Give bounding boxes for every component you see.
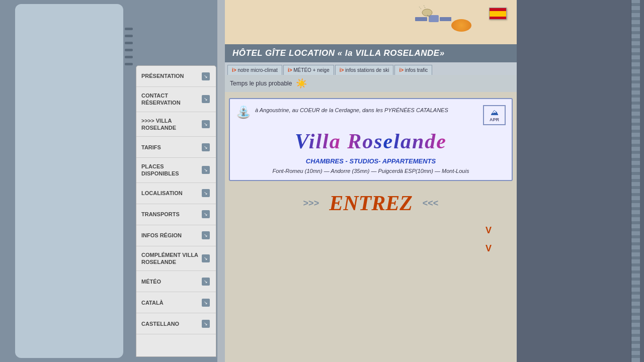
v-marker-2: V [225,243,517,254]
info-side-strip [217,0,225,362]
enter-button[interactable]: ENTREZ [329,191,413,215]
nav-arrow-infos-region: ↘ [202,231,210,239]
nav-item-tarifs[interactable]: TARIFS ↘ [136,137,216,158]
nav-arrow-castellano: ↘ [202,320,210,328]
right-arrows: <<< [423,198,439,209]
nav-arrow-contact: ↘ [202,95,210,103]
main-content: HÔTEL GÎTE LOCATION « la VILLA ROSELANDE… [225,0,517,362]
right-background [518,0,644,362]
top-illustration [225,0,517,44]
nav-item-castellano[interactable]: CASTELLANO ↘ [136,313,216,334]
nav-item-catala[interactable]: CATALÀ ↘ [136,292,216,313]
glow-circle [451,19,471,32]
fountain-icon: ⛲ [236,105,251,119]
svg-rect-0 [429,15,439,22]
left-arrows: >>> [303,198,319,209]
svg-rect-1 [415,17,427,21]
nav-item-contact-reservation[interactable]: CONTACT RÉSERVATION ↘ [136,87,216,112]
nav-arrow-localisation: ↘ [202,189,210,197]
villa-name-container: Villa Roselande [236,129,506,153]
svg-rect-2 [440,17,451,21]
svg-point-3 [422,9,432,16]
nav-item-meteo[interactable]: MÉTÉO ↘ [136,271,216,292]
nav-item-localisation[interactable]: LOCALISATION ↘ [136,183,216,204]
weather-label: Temps le plus probable [230,80,292,87]
svg-line-5 [419,6,421,9]
nav-item-presentation[interactable]: PRÉSENTATION ↘ [136,66,216,87]
nav-item-transports[interactable]: TRANSPORTS ↘ [136,204,216,225]
nav-panel: PRÉSENTATION ↘ CONTACT RÉSERVATION ↘ >>>… [136,65,216,357]
nav-arrow-catala: ↘ [202,299,210,307]
villa-types: CHAMBRES - STUDIOS- APPARTEMENTS [236,157,506,165]
nav-item-places[interactable]: PLACES disponibles ↘ [136,158,216,183]
left-stripes [125,28,133,67]
hotel-title: HÔTEL GÎTE LOCATION « la VILLA ROSELANDE… [232,48,445,58]
tab-meteo[interactable]: i> MÉTÉO + neige [283,65,334,75]
sun-icon: ☀️ [296,78,307,89]
satellite-icon [411,5,451,40]
nav-arrow-places: ↘ [202,166,210,174]
nav-arrow-transports: ↘ [202,210,210,218]
villa-locations: Font-Romeu (10mn) — Andorre (35mn) — Pui… [236,168,506,174]
nav-item-complement-villa[interactable]: Complément VILLA ROSELANDE ↘ [136,246,216,272]
nav-arrow-presentation: ↘ [202,72,210,80]
tab-micro-climat[interactable]: i> notre micro-climat [227,65,282,75]
villa-name: Villa Roselande [295,130,447,153]
nav-item-villa-roselande[interactable]: >>>> VILLA ROSELANDE ↘ [136,112,216,137]
scrollbar-track[interactable] [631,0,640,362]
nav-arrow-meteo: ↘ [202,278,210,286]
apir-logo: ⛰ APR [483,105,506,125]
nav-arrow-complement: ↘ [202,254,210,262]
weather-bar: Temps le plus probable ☀️ [225,75,517,92]
villa-card: ⛲ à Angoustrine, au COEUR de la Cerdagne… [229,98,513,181]
tab-trafic[interactable]: i> infos trafic [394,65,432,75]
tab-stations[interactable]: i> infos stations de ski [335,65,394,75]
enter-section[interactable]: >>> ENTREZ <<< [225,191,517,215]
spain-flag [489,8,507,20]
svg-line-6 [424,5,425,8]
left-panel-bg [15,4,123,358]
hotel-title-bar: HÔTEL GÎTE LOCATION « la VILLA ROSELANDE… [225,44,517,62]
villa-card-header: ⛲ à Angoustrine, au COEUR de la Cerdagne… [236,105,506,125]
nav-arrow-tarifs: ↘ [202,143,210,151]
nav-item-infos-region[interactable]: Infos RÉGION ↘ [136,225,216,246]
v-marker-1: V [225,225,517,236]
nav-tabs: i> notre micro-climat i> MÉTÉO + neige i… [225,62,517,75]
nav-arrow-villa: ↘ [202,120,210,128]
villa-tagline: à Angoustrine, au COEUR de la Cerdagne, … [255,105,479,114]
